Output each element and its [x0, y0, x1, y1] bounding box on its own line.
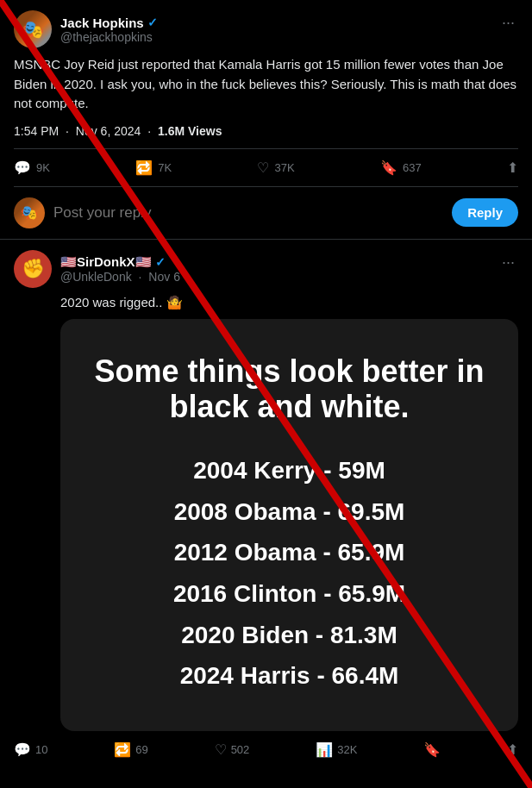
share-icon-2: ⬆: [507, 741, 518, 758]
retweet-count-2: 69: [135, 743, 147, 756]
bookmark-icon-2: 🔖: [423, 741, 441, 758]
bookmark-icon: 🔖: [380, 159, 397, 176]
tweet-date: Nov 6, 2024: [76, 124, 141, 138]
verified-icon-1: ✓: [147, 16, 158, 29]
tweet-text-1: MSNBC Joy Reid just reported that Kamala…: [14, 55, 518, 114]
avatar-jack[interactable]: 🎭: [14, 10, 52, 48]
image-title: Some things look better in black and whi…: [81, 353, 498, 425]
retweet-action[interactable]: 🔁 7K: [135, 159, 172, 176]
tweet-views-text: 1.6M Views: [158, 124, 222, 138]
tweet-meta-1: 1:54 PM · Nov 6, 2024 · 1.6M Views: [14, 124, 518, 149]
share-icon: ⬆: [507, 159, 518, 176]
tweet-header-left-1: 🎭 Jack Hopkins ✓ @thejackhopkins: [14, 10, 158, 48]
bookmark-action[interactable]: 🔖 637: [380, 159, 422, 176]
user-info-1: Jack Hopkins ✓ @thejackhopkins: [60, 16, 158, 44]
tweet-actions-1: 💬 9K 🔁 7K ♡ 37K 🔖 637 ⬆: [14, 159, 518, 187]
separator-3: ·: [139, 270, 142, 284]
bookmark-action-2[interactable]: 🔖: [423, 741, 441, 758]
stat-row-3: 2012 Obama - 65.9M: [81, 532, 498, 573]
retweet-action-2[interactable]: 🔁 69: [114, 741, 147, 758]
tweet-subtext-2: 2020 was rigged.. 🤷: [14, 295, 518, 310]
separator-2: ·: [147, 124, 151, 138]
like-action[interactable]: ♡ 37K: [257, 159, 294, 176]
stat-row-6: 2024 Harris - 66.4M: [81, 655, 498, 697]
name-text-2: 🇺🇸SirDonkX🇺🇸: [60, 254, 152, 270]
stat-row-5: 2020 Biden - 81.3M: [81, 615, 498, 656]
share-action[interactable]: ⬆: [507, 159, 518, 176]
reply-input[interactable]: [53, 204, 443, 222]
reply-action-2[interactable]: 💬 10: [14, 741, 47, 758]
retweet-count: 7K: [158, 161, 172, 174]
like-count-2: 502: [231, 743, 250, 756]
tweet-card-2: ✊ 🇺🇸SirDonkX🇺🇸 ✓ @UnkleDonk · Nov 6 ··· …: [0, 240, 532, 768]
user-avatar-reply: 🎭: [14, 197, 45, 228]
image-stats: 2004 Kerry - 59M 2008 Obama - 69.5M 2012…: [81, 450, 498, 697]
reply-count-2: 10: [35, 743, 47, 756]
like-icon: ♡: [257, 159, 269, 176]
display-name-2: 🇺🇸SirDonkX🇺🇸 ✓: [60, 254, 180, 270]
avatar-sirdonkx[interactable]: ✊: [14, 250, 52, 288]
username-2: @UnkleDonk: [60, 270, 132, 284]
name-text-1: Jack Hopkins: [60, 16, 144, 30]
reply-icon-2: 💬: [14, 741, 31, 758]
views-count: 1.6M Views: [158, 124, 222, 138]
retweet-icon: 🔁: [135, 159, 153, 176]
stat-row-4: 2016 Clinton - 65.9M: [81, 573, 498, 615]
views-action-2[interactable]: 📊 32K: [316, 741, 357, 758]
views-count-2: 32K: [337, 743, 357, 756]
tweet-actions-2: 💬 10 🔁 69 ♡ 502 📊 32K 🔖 ⬆: [14, 731, 518, 758]
tweet-time: 1:54 PM: [14, 124, 59, 138]
reply-count: 9K: [36, 161, 50, 174]
user-info-2: 🇺🇸SirDonkX🇺🇸 ✓ @UnkleDonk · Nov 6: [60, 254, 180, 284]
tweet-header-1: 🎭 Jack Hopkins ✓ @thejackhopkins ···: [14, 10, 518, 48]
like-count: 37K: [274, 161, 294, 174]
tweet-date-2: Nov 6: [148, 270, 180, 284]
username-1: @thejackhopkins: [60, 30, 158, 44]
tweet-header-2: ✊ 🇺🇸SirDonkX🇺🇸 ✓ @UnkleDonk · Nov 6 ···: [14, 250, 518, 288]
reply-box: 🎭 Reply: [14, 187, 518, 228]
separator-1: ·: [66, 124, 69, 138]
share-action-2[interactable]: ⬆: [507, 741, 518, 758]
display-name-1: Jack Hopkins ✓: [60, 16, 158, 30]
tweet-header-left-2: ✊ 🇺🇸SirDonkX🇺🇸 ✓ @UnkleDonk · Nov 6: [14, 250, 180, 288]
like-icon-2: ♡: [215, 741, 227, 758]
stat-row-2: 2008 Obama - 69.5M: [81, 491, 498, 533]
verified-icon-2: ✓: [155, 255, 166, 269]
stat-row-1: 2004 Kerry - 59M: [81, 450, 498, 491]
tweet-card-1: 🎭 Jack Hopkins ✓ @thejackhopkins ··· MSN…: [0, 0, 532, 240]
more-menu-2[interactable]: ···: [498, 250, 518, 275]
views-icon-2: 📊: [316, 741, 333, 758]
image-card: Some things look better in black and whi…: [60, 319, 518, 731]
reply-action[interactable]: 💬 9K: [14, 159, 50, 176]
retweet-icon-2: 🔁: [114, 741, 131, 758]
reply-icon: 💬: [14, 159, 31, 176]
bookmark-count: 637: [403, 161, 422, 174]
reply-button[interactable]: Reply: [452, 198, 518, 227]
username-date-2: @UnkleDonk · Nov 6: [60, 270, 180, 284]
more-menu-1[interactable]: ···: [498, 10, 518, 35]
like-action-2[interactable]: ♡ 502: [215, 741, 250, 758]
